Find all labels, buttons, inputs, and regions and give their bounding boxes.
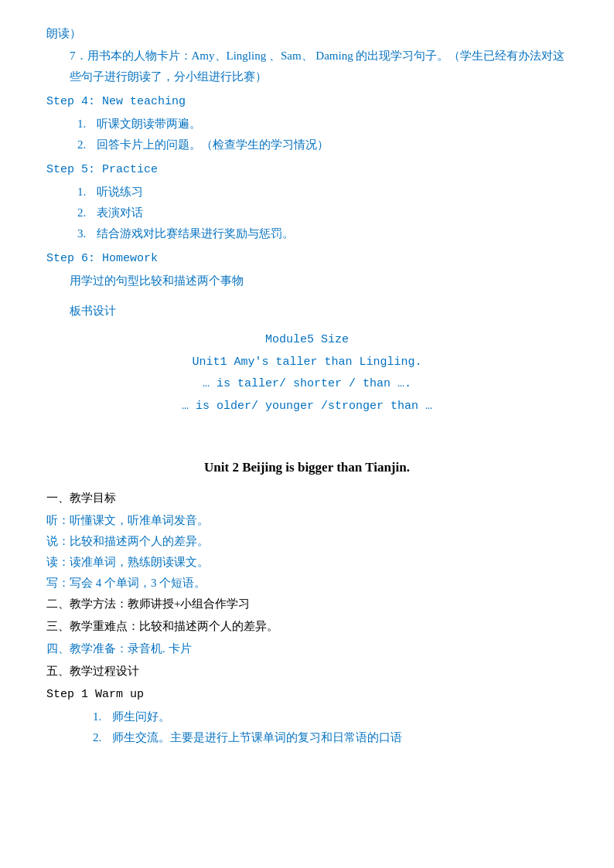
step4-item1: 1. 听课文朗读带两遍。 (77, 114, 568, 134)
step5-item2: 2. 表演对话 (77, 203, 568, 223)
section1-label: 一、教学目标 (46, 488, 568, 509)
unit2-step1-header: Step 1 Warm up (46, 683, 568, 705)
board-line1: Module5 Size (46, 329, 568, 352)
step4-item2: 2. 回答卡片上的问题。（检查学生的学习情况） (77, 134, 568, 155)
step6-content: 用学过的句型比较和描述两个事物 (70, 271, 568, 291)
board-line3: … is taller/ shorter / than …. (46, 373, 568, 396)
section2: 二、教学方法：教师讲授+小组合作学习 (46, 594, 568, 614)
unit2-step1-item1: 1. 师生问好。 (93, 706, 568, 727)
step6-header: Step 6: Homework (46, 247, 568, 269)
item-7: 7．用书本的人物卡片：Amy、Lingling 、Sam、 Daming 的出现… (70, 46, 568, 87)
step5-item3: 3. 结合游戏对比赛结果进行奖励与惩罚。 (77, 223, 568, 244)
section4: 四、教学准备：录音机. 卡片 (46, 638, 568, 659)
top-continuation: 朗读） (46, 23, 568, 44)
section5-label: 五、教学过程设计 (46, 661, 568, 682)
board-design-label: 板书设计 (70, 301, 568, 322)
unit2-title: Unit 2 Beijing is bigger than Tianjin. (46, 456, 568, 480)
skill-write: 写： 写会 4 个单词，3 个短语。 (46, 573, 568, 594)
unit2-step1-item2: 2. 师生交流。主要是进行上节课单词的复习和日常语的口语 (93, 727, 568, 748)
skill-speak: 说： 比较和描述两个人的差异。 (46, 531, 568, 552)
step5-item1: 1. 听说练习 (77, 182, 568, 203)
board-line4: … is older/ younger /stronger than … (46, 396, 568, 418)
board-line2: Unit1 Amy's taller than Lingling. (46, 352, 568, 374)
step4-header: Step 4: New teaching (46, 90, 568, 112)
board-design-content: Module5 Size Unit1 Amy's taller than Lin… (46, 329, 568, 417)
skill-read: 读： 读准单词，熟练朗读课文。 (46, 552, 568, 573)
step5-header: Step 5: Practice (46, 158, 568, 180)
skill-listen: 听： 听懂课文，听准单词发音。 (46, 510, 568, 531)
section3: 三、教学重难点：比较和描述两个人的差异。 (46, 616, 568, 637)
